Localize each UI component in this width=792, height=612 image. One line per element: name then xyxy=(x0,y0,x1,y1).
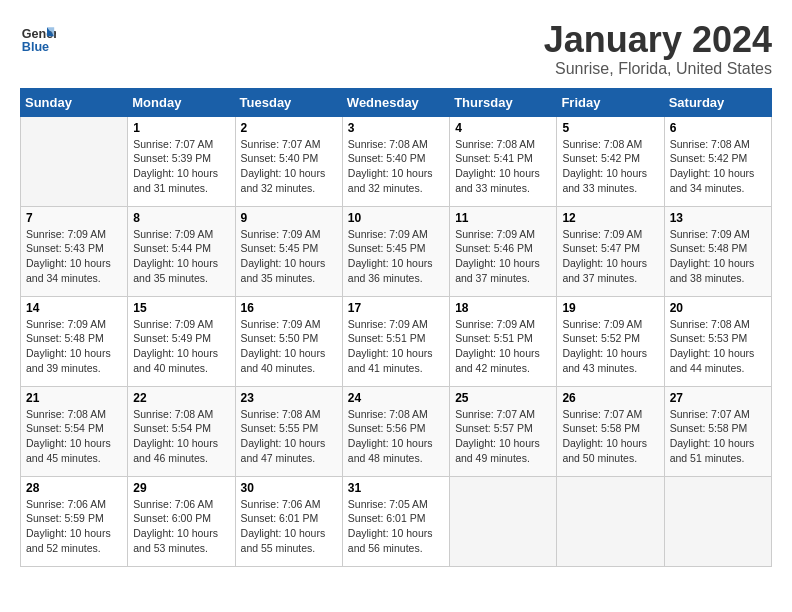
day-info: Sunrise: 7:09 AM Sunset: 5:44 PM Dayligh… xyxy=(133,227,229,286)
day-number: 6 xyxy=(670,121,766,135)
day-info: Sunrise: 7:08 AM Sunset: 5:54 PM Dayligh… xyxy=(26,407,122,466)
day-info: Sunrise: 7:07 AM Sunset: 5:58 PM Dayligh… xyxy=(670,407,766,466)
day-number: 19 xyxy=(562,301,658,315)
calendar-cell xyxy=(664,476,771,566)
day-number: 17 xyxy=(348,301,444,315)
calendar-cell: 27Sunrise: 7:07 AM Sunset: 5:58 PM Dayli… xyxy=(664,386,771,476)
week-row-4: 21Sunrise: 7:08 AM Sunset: 5:54 PM Dayli… xyxy=(21,386,772,476)
calendar-table: SundayMondayTuesdayWednesdayThursdayFrid… xyxy=(20,88,772,567)
logo: General Blue xyxy=(20,20,56,56)
day-info: Sunrise: 7:09 AM Sunset: 5:46 PM Dayligh… xyxy=(455,227,551,286)
day-number: 26 xyxy=(562,391,658,405)
calendar-cell: 29Sunrise: 7:06 AM Sunset: 6:00 PM Dayli… xyxy=(128,476,235,566)
calendar-cell: 23Sunrise: 7:08 AM Sunset: 5:55 PM Dayli… xyxy=(235,386,342,476)
day-info: Sunrise: 7:07 AM Sunset: 5:39 PM Dayligh… xyxy=(133,137,229,196)
day-number: 3 xyxy=(348,121,444,135)
day-number: 28 xyxy=(26,481,122,495)
day-number: 15 xyxy=(133,301,229,315)
day-info: Sunrise: 7:07 AM Sunset: 5:58 PM Dayligh… xyxy=(562,407,658,466)
calendar-cell: 6Sunrise: 7:08 AM Sunset: 5:42 PM Daylig… xyxy=(664,116,771,206)
day-info: Sunrise: 7:09 AM Sunset: 5:51 PM Dayligh… xyxy=(348,317,444,376)
calendar-cell: 9Sunrise: 7:09 AM Sunset: 5:45 PM Daylig… xyxy=(235,206,342,296)
calendar-cell xyxy=(450,476,557,566)
weekday-header-wednesday: Wednesday xyxy=(342,88,449,116)
day-number: 18 xyxy=(455,301,551,315)
day-number: 13 xyxy=(670,211,766,225)
day-info: Sunrise: 7:09 AM Sunset: 5:43 PM Dayligh… xyxy=(26,227,122,286)
weekday-header-sunday: Sunday xyxy=(21,88,128,116)
weekday-header-saturday: Saturday xyxy=(664,88,771,116)
day-number: 2 xyxy=(241,121,337,135)
day-info: Sunrise: 7:06 AM Sunset: 5:59 PM Dayligh… xyxy=(26,497,122,556)
day-number: 12 xyxy=(562,211,658,225)
calendar-cell: 24Sunrise: 7:08 AM Sunset: 5:56 PM Dayli… xyxy=(342,386,449,476)
calendar-cell: 2Sunrise: 7:07 AM Sunset: 5:40 PM Daylig… xyxy=(235,116,342,206)
calendar-cell: 31Sunrise: 7:05 AM Sunset: 6:01 PM Dayli… xyxy=(342,476,449,566)
calendar-cell: 26Sunrise: 7:07 AM Sunset: 5:58 PM Dayli… xyxy=(557,386,664,476)
calendar-cell: 21Sunrise: 7:08 AM Sunset: 5:54 PM Dayli… xyxy=(21,386,128,476)
calendar-cell: 20Sunrise: 7:08 AM Sunset: 5:53 PM Dayli… xyxy=(664,296,771,386)
day-number: 8 xyxy=(133,211,229,225)
weekday-header-friday: Friday xyxy=(557,88,664,116)
day-number: 11 xyxy=(455,211,551,225)
day-number: 7 xyxy=(26,211,122,225)
day-info: Sunrise: 7:08 AM Sunset: 5:54 PM Dayligh… xyxy=(133,407,229,466)
week-row-1: 1Sunrise: 7:07 AM Sunset: 5:39 PM Daylig… xyxy=(21,116,772,206)
day-info: Sunrise: 7:05 AM Sunset: 6:01 PM Dayligh… xyxy=(348,497,444,556)
day-number: 5 xyxy=(562,121,658,135)
day-number: 23 xyxy=(241,391,337,405)
day-info: Sunrise: 7:09 AM Sunset: 5:52 PM Dayligh… xyxy=(562,317,658,376)
week-row-3: 14Sunrise: 7:09 AM Sunset: 5:48 PM Dayli… xyxy=(21,296,772,386)
day-number: 9 xyxy=(241,211,337,225)
calendar-cell: 1Sunrise: 7:07 AM Sunset: 5:39 PM Daylig… xyxy=(128,116,235,206)
day-number: 25 xyxy=(455,391,551,405)
calendar-cell: 10Sunrise: 7:09 AM Sunset: 5:45 PM Dayli… xyxy=(342,206,449,296)
weekday-header-tuesday: Tuesday xyxy=(235,88,342,116)
calendar-cell: 13Sunrise: 7:09 AM Sunset: 5:48 PM Dayli… xyxy=(664,206,771,296)
day-info: Sunrise: 7:06 AM Sunset: 6:00 PM Dayligh… xyxy=(133,497,229,556)
svg-text:Blue: Blue xyxy=(22,40,49,54)
calendar-cell: 19Sunrise: 7:09 AM Sunset: 5:52 PM Dayli… xyxy=(557,296,664,386)
calendar-cell xyxy=(557,476,664,566)
day-info: Sunrise: 7:09 AM Sunset: 5:50 PM Dayligh… xyxy=(241,317,337,376)
day-number: 29 xyxy=(133,481,229,495)
calendar-cell: 4Sunrise: 7:08 AM Sunset: 5:41 PM Daylig… xyxy=(450,116,557,206)
calendar-cell: 12Sunrise: 7:09 AM Sunset: 5:47 PM Dayli… xyxy=(557,206,664,296)
weekday-header-monday: Monday xyxy=(128,88,235,116)
day-number: 30 xyxy=(241,481,337,495)
day-info: Sunrise: 7:08 AM Sunset: 5:55 PM Dayligh… xyxy=(241,407,337,466)
day-number: 1 xyxy=(133,121,229,135)
week-row-2: 7Sunrise: 7:09 AM Sunset: 5:43 PM Daylig… xyxy=(21,206,772,296)
day-number: 20 xyxy=(670,301,766,315)
calendar-cell: 14Sunrise: 7:09 AM Sunset: 5:48 PM Dayli… xyxy=(21,296,128,386)
weekday-header-thursday: Thursday xyxy=(450,88,557,116)
calendar-cell: 5Sunrise: 7:08 AM Sunset: 5:42 PM Daylig… xyxy=(557,116,664,206)
page-header: General Blue January 2024 Sunrise, Flori… xyxy=(20,20,772,78)
calendar-subtitle: Sunrise, Florida, United States xyxy=(544,60,772,78)
title-area: January 2024 Sunrise, Florida, United St… xyxy=(544,20,772,78)
day-number: 10 xyxy=(348,211,444,225)
day-info: Sunrise: 7:09 AM Sunset: 5:45 PM Dayligh… xyxy=(348,227,444,286)
day-info: Sunrise: 7:08 AM Sunset: 5:41 PM Dayligh… xyxy=(455,137,551,196)
day-info: Sunrise: 7:08 AM Sunset: 5:53 PM Dayligh… xyxy=(670,317,766,376)
day-info: Sunrise: 7:08 AM Sunset: 5:56 PM Dayligh… xyxy=(348,407,444,466)
calendar-cell: 25Sunrise: 7:07 AM Sunset: 5:57 PM Dayli… xyxy=(450,386,557,476)
calendar-cell: 16Sunrise: 7:09 AM Sunset: 5:50 PM Dayli… xyxy=(235,296,342,386)
calendar-cell: 22Sunrise: 7:08 AM Sunset: 5:54 PM Dayli… xyxy=(128,386,235,476)
day-number: 31 xyxy=(348,481,444,495)
weekday-header-row: SundayMondayTuesdayWednesdayThursdayFrid… xyxy=(21,88,772,116)
day-info: Sunrise: 7:09 AM Sunset: 5:47 PM Dayligh… xyxy=(562,227,658,286)
day-info: Sunrise: 7:08 AM Sunset: 5:42 PM Dayligh… xyxy=(562,137,658,196)
calendar-cell: 7Sunrise: 7:09 AM Sunset: 5:43 PM Daylig… xyxy=(21,206,128,296)
day-number: 21 xyxy=(26,391,122,405)
logo-icon: General Blue xyxy=(20,20,56,56)
calendar-cell xyxy=(21,116,128,206)
calendar-cell: 18Sunrise: 7:09 AM Sunset: 5:51 PM Dayli… xyxy=(450,296,557,386)
day-info: Sunrise: 7:09 AM Sunset: 5:48 PM Dayligh… xyxy=(26,317,122,376)
day-info: Sunrise: 7:09 AM Sunset: 5:49 PM Dayligh… xyxy=(133,317,229,376)
day-number: 16 xyxy=(241,301,337,315)
calendar-cell: 3Sunrise: 7:08 AM Sunset: 5:40 PM Daylig… xyxy=(342,116,449,206)
calendar-cell: 15Sunrise: 7:09 AM Sunset: 5:49 PM Dayli… xyxy=(128,296,235,386)
calendar-cell: 28Sunrise: 7:06 AM Sunset: 5:59 PM Dayli… xyxy=(21,476,128,566)
calendar-cell: 17Sunrise: 7:09 AM Sunset: 5:51 PM Dayli… xyxy=(342,296,449,386)
